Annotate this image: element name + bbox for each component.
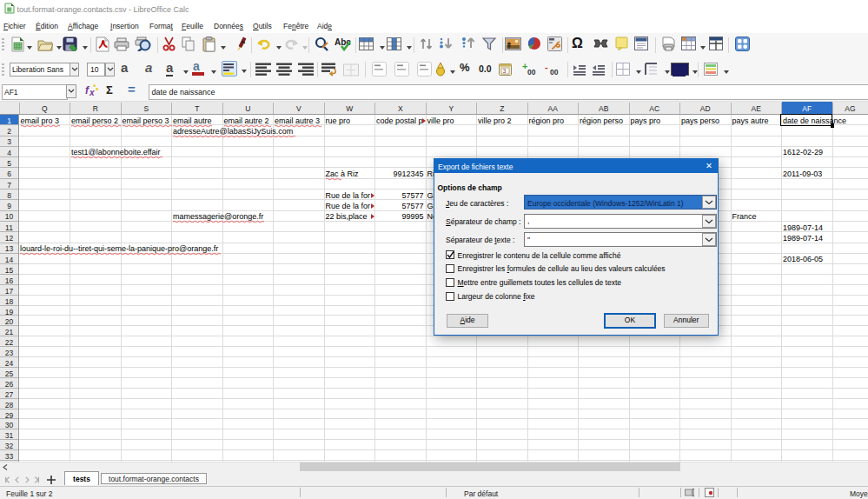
svg-text:-: - [545,62,548,72]
svg-text:00: 00 [550,68,559,77]
svg-text:00: 00 [527,68,536,77]
svg-text:3: 3 [503,68,507,74]
